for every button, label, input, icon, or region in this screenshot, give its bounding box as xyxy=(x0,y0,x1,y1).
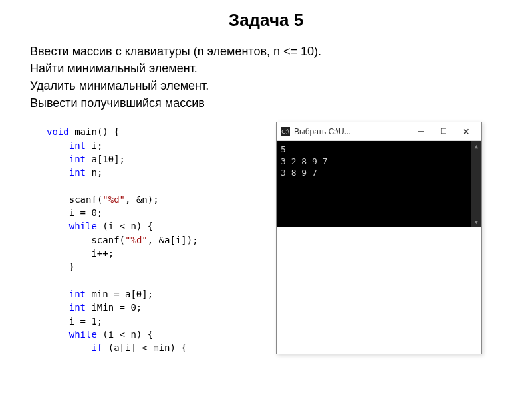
source-code: void main() { int i; int a[10]; int n; s… xyxy=(47,125,266,354)
close-button[interactable]: ✕ xyxy=(455,126,477,137)
vertical-scrollbar[interactable]: ▲ ▼ xyxy=(471,141,481,227)
task-line-3: Удалить минимальный элемент. xyxy=(30,77,505,94)
keyword-int: int xyxy=(69,140,86,151)
keyword-void: void xyxy=(47,126,69,137)
format-string: "%d" xyxy=(102,194,125,205)
task-line-1: Ввести массив с клавиатуры (n элементов,… xyxy=(30,43,505,60)
output-line: 5 xyxy=(281,144,477,156)
output-line: 3 8 9 7 xyxy=(281,167,477,179)
keyword-int: int xyxy=(69,289,86,299)
task-title: Задача 5 xyxy=(27,10,505,31)
task-line-2: Найти минимальный элемент. xyxy=(30,60,505,77)
console-window: C:\ Выбрать C:\U... ☐ ✕ 5 3 2 8 9 7 3 8 … xyxy=(276,122,482,354)
keyword-while: while xyxy=(69,329,97,340)
window-title: Выбрать C:\U... xyxy=(294,127,410,136)
minimize-button[interactable] xyxy=(410,126,432,136)
console-icon: C:\ xyxy=(281,127,290,136)
keyword-int: int xyxy=(69,167,86,178)
keyword-if: if xyxy=(91,342,102,353)
keyword-int: int xyxy=(69,154,86,164)
maximize-button[interactable]: ☐ xyxy=(432,127,455,136)
task-description: Ввести массив с клавиатуры (n элементов,… xyxy=(27,43,505,112)
scroll-up-arrow-icon[interactable]: ▲ xyxy=(475,142,478,150)
task-line-4: Вывести получившийся массив xyxy=(30,94,505,112)
call-scanf: scanf xyxy=(69,194,97,205)
output-line: 3 2 8 9 7 xyxy=(281,156,477,168)
keyword-while: while xyxy=(69,221,97,231)
format-string: "%d" xyxy=(125,235,148,245)
function-main: main xyxy=(74,126,97,137)
scroll-down-arrow-icon[interactable]: ▼ xyxy=(475,218,478,226)
keyword-int: int xyxy=(69,302,86,313)
call-scanf: scanf xyxy=(91,235,119,245)
window-titlebar: C:\ Выбрать C:\U... ☐ ✕ xyxy=(277,122,481,141)
console-output: 5 3 2 8 9 7 3 8 9 7 ▲ ▼ xyxy=(277,141,481,227)
